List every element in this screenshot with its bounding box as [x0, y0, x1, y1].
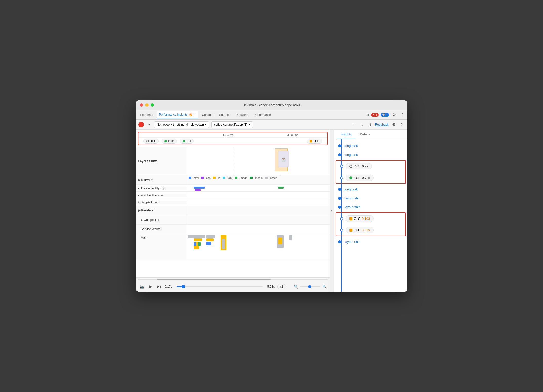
record-button[interactable]	[138, 122, 144, 127]
net-fonts-text: fonts.gstatic.com	[138, 201, 159, 204]
service-worker-text: Service Worker	[141, 227, 162, 231]
insight-layout-shift-3[interactable]: Layout shift	[334, 237, 407, 246]
scroll-thumb[interactable]	[157, 279, 271, 280]
more-options-icon[interactable]: ⋮	[399, 112, 405, 118]
expand-network-icon[interactable]: ▶	[138, 178, 140, 182]
insight-long-task-2[interactable]: Long task	[334, 150, 407, 159]
tab-elements-label: Elements	[140, 113, 153, 117]
info-badge: 💬 1	[381, 113, 389, 117]
insight-layout-shift-2[interactable]: Layout shift	[334, 203, 407, 211]
flame-block-2	[194, 238, 202, 241]
insight-dcl[interactable]: DCL 0.7s	[336, 161, 405, 172]
insight-cls[interactable]: CLS 0.193	[336, 213, 405, 224]
timeline-header: 1,600ms 3,200ms DCL FCP TTI	[138, 132, 328, 145]
tab-performance[interactable]: Performance	[251, 111, 274, 118]
tab-sources[interactable]: Sources	[217, 111, 233, 118]
dot-5	[338, 206, 341, 209]
layout-shift-link-2[interactable]: Layout shift	[344, 205, 361, 209]
layout-shifts-track: Layout Shifts ☕	[136, 147, 330, 175]
tab-more-area: » ✕ 1 💬 1 ⚙ ⋮	[367, 112, 405, 118]
minimize-button[interactable]	[145, 103, 149, 107]
details-tab-label: Details	[360, 132, 370, 136]
long-task-link-2[interactable]: Long task	[344, 153, 358, 157]
compositor-label: ▶ Compositor	[136, 215, 186, 224]
layout-shift-link-3[interactable]: Layout shift	[344, 240, 361, 244]
legend-font	[223, 177, 225, 179]
error-count: 1	[375, 113, 377, 116]
upload-icon[interactable]: ↑	[351, 122, 357, 128]
dcl-marker[interactable]: DCL	[143, 139, 159, 144]
close-button[interactable]	[140, 103, 143, 107]
maximize-button[interactable]	[151, 103, 154, 107]
tab-close-icon[interactable]: ✕	[194, 113, 196, 116]
long-task-link-1[interactable]: Long task	[344, 144, 358, 148]
chevron-down-icon[interactable]: ▾	[146, 122, 152, 128]
net-bar-css-1	[195, 189, 201, 191]
legend-other-label: other	[270, 176, 277, 179]
zoom-slider[interactable]	[300, 286, 320, 287]
tab-elements[interactable]: Elements	[138, 111, 156, 118]
flame-chart[interactable]: ...	[186, 234, 330, 259]
tab-performance-label: Performance	[254, 113, 271, 117]
layout-shifts-content[interactable]: ☕	[186, 147, 330, 175]
skip-to-start-button[interactable]: ⏮	[156, 284, 162, 290]
tab-sources-label: Sources	[219, 113, 230, 117]
main-label: Main	[136, 234, 186, 259]
insight-layout-shift-1[interactable]: Layout shift	[334, 194, 407, 203]
main-content: 1,600ms 3,200ms DCL FCP TTI	[136, 130, 407, 292]
tabs-bar: Elements Performance insights 🔥 ✕ Consol…	[136, 110, 407, 120]
fcp-label: FCP	[168, 139, 174, 143]
panel-collapse-button[interactable]: ›	[330, 130, 334, 292]
layout-shift-link-1[interactable]: Layout shift	[344, 196, 361, 200]
play-button[interactable]: ▶	[148, 284, 154, 290]
tab-network[interactable]: Network	[234, 111, 250, 118]
timeline-panel: 1,600ms 3,200ms DCL FCP TTI	[136, 130, 330, 292]
legend-js-label: js	[218, 176, 220, 179]
error-icon: ✕	[373, 113, 375, 116]
tti-marker[interactable]: TTI	[180, 139, 194, 144]
network-throttle-dropdown[interactable]: No network throttling, 4× slowdown ▾	[154, 121, 209, 128]
tab-console[interactable]: Console	[199, 111, 216, 118]
dot-fcp	[340, 176, 343, 179]
flame-icon: 🔥	[189, 113, 193, 116]
long-task-link-3[interactable]: Long task	[344, 187, 358, 191]
delete-icon[interactable]: 🗑	[367, 122, 373, 128]
tab-performance-insights[interactable]: Performance insights 🔥 ✕	[157, 111, 199, 118]
fcp-icon	[164, 140, 167, 142]
insight-long-task-3[interactable]: Long task	[334, 185, 407, 194]
help-icon[interactable]: ?	[399, 122, 405, 128]
settings-icon[interactable]: ⚙	[391, 112, 397, 118]
service-worker-content	[186, 225, 330, 234]
fcp-badge-value: 0.72s	[362, 176, 370, 180]
feedback-link[interactable]: Feedback	[375, 123, 389, 126]
fcp-marker[interactable]: FCP	[162, 139, 177, 144]
zoom-out-icon[interactable]: 🔍	[294, 285, 298, 289]
playback-thumb[interactable]	[182, 285, 185, 288]
tab-details[interactable]: Details	[356, 130, 374, 139]
network-legend-row: ▶ Network html css js font	[136, 175, 330, 185]
more-tabs-button[interactable]: »	[367, 113, 369, 117]
lcp-marker[interactable]: LCP	[307, 139, 322, 144]
gear-icon[interactable]: ⚙	[391, 122, 397, 128]
scroll-track[interactable]	[138, 279, 328, 280]
cls-lcp-box: CLS 0.193 LCP 3.31s	[336, 212, 406, 236]
expand-renderer-icon[interactable]: ▶	[138, 209, 140, 212]
main-text: Main	[141, 236, 148, 239]
playback-slider[interactable]	[177, 286, 263, 287]
traffic-lights	[140, 103, 154, 107]
expand-compositor-icon[interactable]: ▶	[141, 218, 143, 222]
speed-badge[interactable]: x1	[277, 284, 286, 289]
zoom-thumb[interactable]	[308, 285, 311, 288]
insight-fcp[interactable]: FCP 0.72s	[336, 172, 405, 183]
target-dropdown[interactable]: coffee-cart.netlify.app (1) ▾	[211, 121, 253, 128]
tab-insights[interactable]: Insights	[337, 130, 356, 139]
screenshot-toggle-button[interactable]: 📷	[139, 284, 145, 290]
legend-image-label: image	[240, 176, 247, 179]
insight-long-task-1[interactable]: Long task	[334, 141, 407, 150]
renderer-label: ▶ Renderer	[136, 206, 186, 215]
zoom-in-icon[interactable]: 🔍	[322, 285, 327, 289]
download-icon[interactable]: ↓	[359, 122, 365, 128]
tab-network-label: Network	[236, 113, 247, 117]
playback-bar: 📷 ▶ ⏮ 0.17s 5.93s x1 🔍 🔍	[136, 281, 330, 292]
insight-lcp[interactable]: LCP 3.31s	[336, 224, 405, 236]
